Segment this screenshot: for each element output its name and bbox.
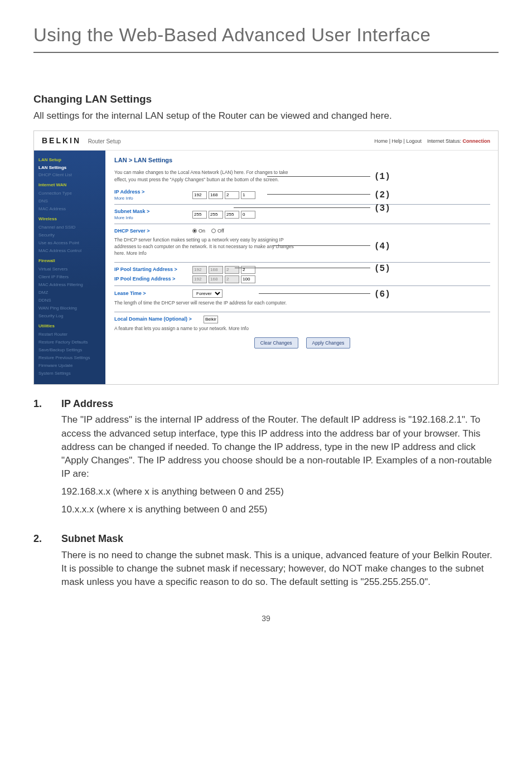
ps-1 xyxy=(192,266,207,274)
brand-subtitle: Router Setup xyxy=(88,138,121,144)
mask-4[interactable] xyxy=(241,211,255,219)
lease-time-label[interactable]: Lease Time > xyxy=(114,290,192,297)
sidebar-item: Firewall xyxy=(38,258,101,264)
sidebar-item[interactable]: Channel and SSID xyxy=(38,224,101,231)
sidebar-item[interactable]: MAC Address Control xyxy=(38,247,101,255)
mask-1[interactable] xyxy=(192,211,207,219)
dhcp-desc: The DHCP server function makes setting u… xyxy=(114,236,304,256)
brand-logo: BELKIN xyxy=(42,136,81,145)
sidebar-item[interactable]: DMZ xyxy=(38,289,101,297)
pe-3 xyxy=(225,275,239,283)
explanation-list: 1.IP AddressThe "IP address" is the inte… xyxy=(33,397,499,593)
sidebar-item[interactable]: System Settings xyxy=(38,370,101,377)
marker-6: (6) xyxy=(374,288,390,301)
panel-title: LAN > LAN Settings xyxy=(114,156,490,165)
sidebar-item[interactable]: Restore Previous Settings xyxy=(38,354,101,362)
marker-5: (5) xyxy=(374,263,390,275)
marker-2: (2) xyxy=(374,189,390,202)
status-value: Connection xyxy=(463,138,491,144)
ip-3[interactable] xyxy=(225,191,239,199)
panel-desc: You can make changes to the Local Area N… xyxy=(114,169,293,182)
subnet-mask-label[interactable]: Subnet Mask > More Info xyxy=(114,208,192,221)
lease-desc: The length of time the DHCP server will … xyxy=(114,299,304,306)
sidebar-item: Wireless xyxy=(38,216,101,222)
sidebar-item[interactable]: Security xyxy=(38,231,101,239)
sidebar-item[interactable]: Restart Router xyxy=(38,331,101,338)
top-links-left[interactable]: Home | Help | Logout xyxy=(374,138,422,144)
main-panel: LAN > LAN Settings You can make changes … xyxy=(105,151,498,384)
sidebar-item[interactable]: Virtual Servers xyxy=(38,265,101,273)
sidebar-item[interactable]: MAC Address xyxy=(38,205,101,213)
explanation-paragraph: 192.168.x.x (where x is anything between… xyxy=(61,485,499,498)
ip-2[interactable] xyxy=(209,191,223,199)
explanation-title: IP Address xyxy=(61,397,499,412)
domain-desc: A feature that lets you assign a name to… xyxy=(114,325,304,332)
clear-changes-button[interactable]: Clear Changes xyxy=(254,337,298,348)
apply-changes-button[interactable]: Apply Changes xyxy=(306,337,351,348)
sidebar-item[interactable]: Security Log xyxy=(38,312,101,320)
ip-4[interactable] xyxy=(241,191,255,199)
subnet-mask-inputs xyxy=(192,211,255,219)
section-title: Using the Web-Based Advanced User Interf… xyxy=(33,22,499,53)
sidebar-item: Internet WAN xyxy=(38,182,101,188)
sidebar-item[interactable]: LAN Settings xyxy=(38,164,101,171)
pe-2 xyxy=(209,275,223,283)
pe-4[interactable] xyxy=(241,275,255,283)
dhcp-off-radio[interactable]: Off xyxy=(211,227,224,235)
sidebar-item[interactable]: WAN Ping Blocking xyxy=(38,304,101,312)
local-domain-label[interactable]: Local Domain Name (Optional) > xyxy=(114,316,204,323)
dhcp-on-radio[interactable]: On xyxy=(192,227,205,235)
marker-1: (1) xyxy=(374,171,390,183)
sidebar-item[interactable]: Restore Factory Defaults xyxy=(38,338,101,346)
page-number: 39 xyxy=(33,613,499,625)
local-domain-input[interactable] xyxy=(204,316,218,323)
ip-1[interactable] xyxy=(192,191,207,199)
top-links: Home | Help | Logout Internet Status: Co… xyxy=(374,138,490,145)
mask-3[interactable] xyxy=(225,211,239,219)
lease-time-select[interactable]: Forever xyxy=(192,289,223,298)
explanation-item: 2.Subnet MaskThere is no need to change … xyxy=(33,532,499,593)
pe-1 xyxy=(192,275,207,283)
explanation-paragraph: The "IP address" is the internal IP addr… xyxy=(61,413,499,481)
sidebar-item[interactable]: DNS xyxy=(38,197,101,205)
sidebar-item[interactable]: DHCP Client List xyxy=(38,171,101,179)
ip-address-label[interactable]: IP Address > More Info xyxy=(114,188,192,202)
page-heading: Changing LAN Settings xyxy=(33,92,499,107)
sidebar-item[interactable]: Client IP Filters xyxy=(38,273,101,281)
explanation-number: 1. xyxy=(33,397,48,521)
sidebar-item: Utilities xyxy=(38,323,101,330)
sidebar-item[interactable]: Use as Access Point xyxy=(38,239,101,247)
pool-start-label[interactable]: IP Pool Starting Address > xyxy=(114,266,192,273)
more-info-link[interactable]: More Info xyxy=(114,215,192,221)
more-info-link[interactable]: More Info xyxy=(114,195,192,201)
pool-end-inputs xyxy=(192,275,255,283)
explanation-number: 2. xyxy=(33,532,48,593)
status-label: Internet Status: xyxy=(427,138,461,144)
ip-address-inputs xyxy=(192,191,255,199)
intro-paragraph: All settings for the internal LAN setup … xyxy=(33,109,499,123)
router-ui-screenshot: BELKIN Router Setup Home | Help | Logout… xyxy=(33,130,499,385)
pool-end-label[interactable]: IP Pool Ending Address > xyxy=(114,275,192,283)
sidebar-item[interactable]: Firmware Update xyxy=(38,362,101,370)
sidebar-item[interactable]: DDNS xyxy=(38,297,101,304)
sidebar-item[interactable]: Save/Backup Settings xyxy=(38,346,101,354)
sidebar-item[interactable]: Connection Type xyxy=(38,190,101,197)
sidebar-item[interactable]: MAC Address Filtering xyxy=(38,281,101,289)
ps-2 xyxy=(209,266,223,274)
sidebar-item: LAN Setup xyxy=(38,157,101,163)
marker-3: (3) xyxy=(374,202,390,215)
explanation-paragraph: There is no need to change the subnet ma… xyxy=(61,549,499,589)
nav-sidebar: LAN SetupLAN SettingsDHCP Client ListInt… xyxy=(34,151,105,384)
explanation-title: Subnet Mask xyxy=(61,532,499,546)
marker-4: (4) xyxy=(374,240,390,253)
explanation-item: 1.IP AddressThe "IP address" is the inte… xyxy=(33,397,499,521)
dhcp-server-label[interactable]: DHCP Server > xyxy=(114,227,192,235)
mask-2[interactable] xyxy=(209,211,223,219)
explanation-paragraph: 10.x.x.x (where x is anything between 0 … xyxy=(61,503,499,516)
